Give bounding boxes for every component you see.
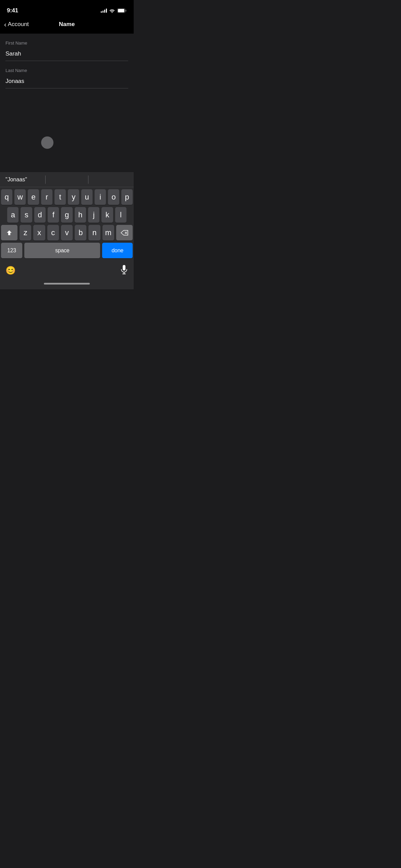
- key-k[interactable]: k: [101, 207, 113, 223]
- first-name-field: First Name: [5, 40, 128, 61]
- numbers-key[interactable]: 123: [1, 243, 22, 258]
- keyboard-row-1: q w e r t y u i o p: [1, 189, 133, 205]
- key-e[interactable]: e: [28, 189, 39, 205]
- first-name-label: First Name: [5, 40, 128, 46]
- status-icons: [101, 8, 127, 13]
- status-bar: 9:41: [0, 0, 134, 16]
- key-a[interactable]: a: [7, 207, 19, 223]
- key-t[interactable]: t: [54, 189, 66, 205]
- key-q[interactable]: q: [1, 189, 12, 205]
- key-r[interactable]: r: [41, 189, 52, 205]
- home-indicator: [0, 278, 134, 289]
- svg-rect-1: [118, 9, 124, 12]
- key-p[interactable]: p: [121, 189, 133, 205]
- key-f[interactable]: f: [48, 207, 59, 223]
- content-area: [0, 88, 134, 184]
- keyboard-row-4: 123 space done: [1, 243, 133, 258]
- back-label: Account: [8, 21, 29, 28]
- key-j[interactable]: j: [88, 207, 99, 223]
- page-title: Name: [59, 21, 75, 28]
- last-name-field: Last Name: [5, 68, 128, 88]
- home-bar: [44, 283, 90, 285]
- svg-rect-2: [125, 10, 126, 12]
- suggestion-divider-2: [88, 176, 88, 184]
- space-key[interactable]: space: [24, 243, 100, 258]
- chevron-left-icon: ‹: [4, 21, 7, 28]
- nav-bar: ‹ Account Name: [0, 16, 134, 34]
- key-z[interactable]: z: [20, 225, 31, 241]
- key-n[interactable]: n: [88, 225, 100, 241]
- keyboard-row-2: a s d f g h j k l: [1, 207, 133, 223]
- last-name-input[interactable]: [5, 75, 128, 88]
- key-i[interactable]: i: [95, 189, 106, 205]
- keyboard[interactable]: "Jonaas" q w e r t y u i o p a s d f g h…: [0, 172, 134, 289]
- keyboard-row-3: z x c v b n m: [1, 225, 133, 241]
- keyboard-rows: q w e r t y u i o p a s d f g h j k l: [0, 187, 134, 262]
- signal-icon: [101, 9, 107, 13]
- mic-dot: [41, 136, 53, 149]
- keyboard-suggestion-bar: "Jonaas": [0, 172, 134, 187]
- key-h[interactable]: h: [75, 207, 86, 223]
- key-d[interactable]: d: [34, 207, 46, 223]
- status-time: 9:41: [7, 7, 18, 14]
- key-v[interactable]: v: [61, 225, 73, 241]
- suggestion-jonaas[interactable]: "Jonaas": [5, 177, 42, 183]
- emoji-key[interactable]: 😊: [5, 266, 16, 275]
- suggestion-divider-1: [45, 176, 46, 184]
- key-x[interactable]: x: [33, 225, 45, 241]
- key-o[interactable]: o: [108, 189, 119, 205]
- battery-icon: [117, 8, 127, 13]
- key-c[interactable]: c: [47, 225, 59, 241]
- shift-key[interactable]: [1, 225, 17, 241]
- svg-rect-3: [123, 265, 125, 270]
- key-u[interactable]: u: [81, 189, 93, 205]
- form-area: First Name Last Name: [0, 34, 134, 88]
- key-m[interactable]: m: [102, 225, 114, 241]
- wifi-icon: [109, 8, 115, 13]
- done-key[interactable]: done: [102, 243, 133, 258]
- back-button[interactable]: ‹ Account: [4, 21, 29, 28]
- last-name-label: Last Name: [5, 68, 128, 73]
- key-s[interactable]: s: [21, 207, 32, 223]
- key-l[interactable]: l: [115, 207, 126, 223]
- key-g[interactable]: g: [61, 207, 72, 223]
- first-name-input[interactable]: [5, 48, 128, 61]
- key-w[interactable]: w: [14, 189, 26, 205]
- keyboard-extras: 😊: [0, 262, 134, 278]
- microphone-key[interactable]: [120, 265, 128, 276]
- backspace-key[interactable]: [116, 225, 133, 241]
- key-b[interactable]: b: [75, 225, 86, 241]
- key-y[interactable]: y: [68, 189, 79, 205]
